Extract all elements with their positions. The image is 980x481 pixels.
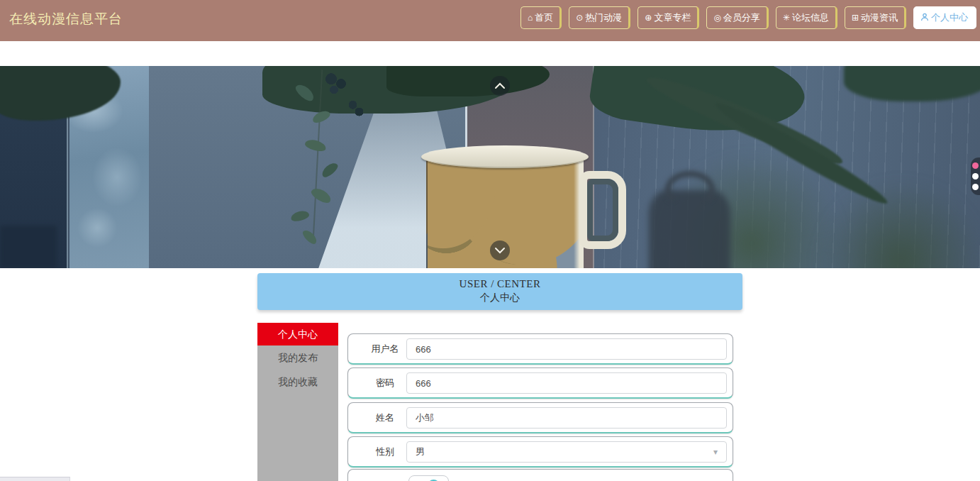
carousel-dot[interactable]: [972, 184, 979, 190]
nav-item-member-share[interactable]: ◎ 会员分享: [706, 6, 768, 29]
nav-item-user-center[interactable]: 个人中心: [913, 6, 976, 29]
sidebar-item-my-favorites[interactable]: 我的收藏: [257, 370, 338, 394]
person-icon: [920, 13, 929, 23]
form-row-avatar: [347, 469, 733, 481]
form-row-name: 姓名: [347, 402, 733, 433]
chevron-up-icon: [494, 82, 506, 89]
page-banner: USER / CENTER 个人中心: [257, 273, 742, 310]
asterisk-icon: ✳: [783, 13, 790, 22]
carousel-up-button[interactable]: [490, 76, 510, 96]
name-input[interactable]: [406, 407, 727, 429]
nav-label: 首页: [535, 11, 553, 24]
site-title: 在线动漫信息平台: [9, 10, 123, 28]
nav-label: 热门动漫: [585, 11, 622, 24]
hero-art-berries: [345, 98, 367, 118]
sidebar-item-user-center[interactable]: 个人中心: [257, 323, 338, 345]
nav-item-articles[interactable]: ⊕ 文章专栏: [637, 6, 699, 29]
nav-label: 文章专栏: [654, 11, 691, 24]
share-icon: ◎: [713, 13, 720, 22]
password-label: 密码: [364, 368, 406, 398]
nav-item-home[interactable]: ⌂ 首页: [520, 6, 562, 29]
nav-label: 论坛信息: [792, 11, 829, 24]
hero-art-kettle-handle: [665, 171, 715, 208]
nav-label: 会员分享: [723, 11, 760, 24]
mug-handle: [579, 171, 626, 249]
profile-form: 用户名 密码 姓名 性别 男 ▾: [338, 323, 742, 481]
hero-carousel: [0, 66, 980, 268]
carousel-dots[interactable]: [971, 157, 980, 195]
hero-art-dark-corner: [0, 226, 57, 268]
nav-label: 个人中心: [931, 11, 968, 24]
username-input[interactable]: [406, 338, 727, 360]
banner-title-en: USER / CENTER: [257, 278, 742, 290]
password-input[interactable]: [406, 372, 727, 394]
chevron-down-icon: [494, 247, 506, 254]
carousel-down-button[interactable]: [490, 240, 510, 260]
gender-value: 男: [416, 446, 425, 458]
nav-label: 动漫资讯: [861, 11, 898, 24]
globe-icon: ⊕: [645, 13, 652, 22]
home-icon: ⌂: [528, 13, 533, 22]
page: 在线动漫信息平台 ⌂ 首页 ⊙ 热门动漫 ⊕ 文章专栏 ◎ 会员分享 ✳ 论坛信…: [0, 0, 980, 481]
main-nav: ⌂ 首页 ⊙ 热门动漫 ⊕ 文章专栏 ◎ 会员分享 ✳ 论坛信息 ⊞ 动漫资讯: [520, 6, 980, 29]
gender-label: 性别: [364, 437, 406, 467]
nav-item-anime-news[interactable]: ⊞ 动漫资讯: [845, 6, 906, 29]
top-navbar: 在线动漫信息平台 ⌂ 首页 ⊙ 热门动漫 ⊕ 文章专栏 ◎ 会员分享 ✳ 论坛信…: [0, 0, 980, 41]
gender-select[interactable]: 男 ▾: [406, 441, 727, 463]
banner-title-zh: 个人中心: [257, 292, 742, 304]
hero-art-foliage: [844, 66, 980, 101]
browser-status-bar: [0, 477, 70, 481]
carousel-dot[interactable]: [972, 173, 979, 179]
chevron-down-icon: ▾: [713, 447, 718, 457]
form-row-gender: 性别 男 ▾: [347, 436, 733, 468]
hero-art-berries: [323, 72, 351, 96]
news-icon: ⊞: [852, 13, 859, 22]
sidebar-item-my-posts[interactable]: 我的发布: [257, 345, 338, 370]
form-row-password: 密码: [347, 367, 733, 399]
nav-item-forum[interactable]: ✳ 论坛信息: [776, 6, 837, 29]
avatar-upload-button[interactable]: [408, 475, 449, 481]
mug-rim: [421, 145, 589, 168]
nav-item-hot-anime[interactable]: ⊙ 热门动漫: [569, 6, 630, 29]
username-label: 用户名: [364, 334, 406, 364]
carousel-dot-active[interactable]: [972, 162, 979, 169]
name-label: 姓名: [364, 403, 406, 433]
mug-handle-inner: [587, 179, 618, 241]
form-row-username: 用户名: [347, 333, 733, 365]
sidebar: 个人中心 我的发布 我的收藏: [257, 323, 338, 481]
clock-icon: ⊙: [576, 13, 583, 22]
